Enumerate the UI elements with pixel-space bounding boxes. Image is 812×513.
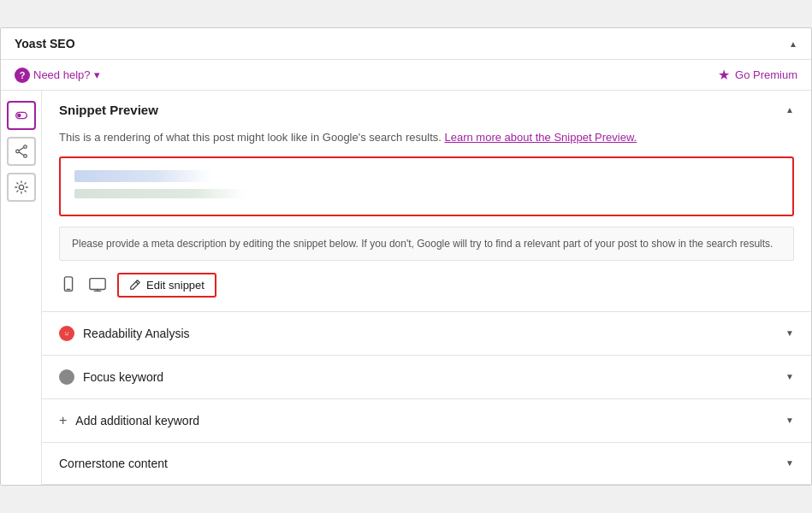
svg-point-7 (19, 186, 23, 190)
svg-point-16 (68, 332, 68, 333)
snippet-preview-desc: This is a rendering of what this post mi… (59, 129, 794, 146)
snippet-preview-title: Snippet Preview (59, 103, 158, 117)
main-layout: Snippet Preview ▲ This is a rendering of… (1, 91, 811, 485)
mobile-device-icon[interactable] (59, 275, 78, 294)
pencil-icon (129, 279, 141, 291)
edit-snippet-label: Edit snippet (146, 279, 204, 292)
meta-notice: Please provide a meta description by edi… (59, 227, 794, 261)
focus-keyword-status-icon (59, 369, 74, 385)
snippet-preview-box (59, 156, 794, 216)
desktop-device-icon[interactable] (88, 275, 107, 294)
content-area: Snippet Preview ▲ This is a rendering of… (42, 91, 811, 485)
additional-keyword-label: Add additional keyword (75, 414, 199, 428)
focus-keyword-left: Focus keyword (59, 369, 163, 385)
need-help-link[interactable]: ? Need help? ▾ (15, 68, 100, 83)
readability-section[interactable]: Readability Analysis ▼ (42, 312, 811, 356)
snippet-preview-section: Snippet Preview ▲ This is a rendering of… (42, 91, 811, 312)
svg-point-2 (23, 145, 27, 149)
cornerstone-chevron: ▼ (785, 458, 794, 468)
star-icon: ★ (718, 67, 730, 83)
cornerstone-section[interactable]: Cornerstone content ▼ (42, 443, 811, 485)
gear-icon (14, 180, 29, 195)
additional-keyword-section[interactable]: + Add additional keyword ▼ (42, 399, 811, 443)
panel-title: Yoast SEO (15, 37, 75, 50)
sidebar-btn-settings[interactable] (7, 173, 36, 202)
focus-keyword-section[interactable]: Focus keyword ▼ (42, 356, 811, 399)
share-icon (14, 144, 29, 159)
edit-snippet-button[interactable]: Edit snippet (117, 273, 216, 298)
top-bar: ? Need help? ▾ ★ Go Premium (1, 60, 811, 91)
go-premium-link[interactable]: ★ Go Premium (718, 67, 797, 83)
svg-point-14 (63, 329, 71, 337)
svg-line-13 (136, 282, 139, 285)
additional-keyword-chevron: ▼ (785, 416, 794, 425)
svg-line-5 (19, 148, 23, 151)
go-premium-label: Go Premium (735, 68, 797, 81)
svg-point-3 (23, 155, 27, 158)
panel-header: Yoast SEO ▲ (1, 28, 811, 60)
snippet-preview-body: This is a rendering of what this post mi… (42, 129, 811, 311)
panel-collapse-btn[interactable]: ▲ (789, 39, 797, 49)
toggle-icon (14, 108, 29, 123)
snippet-title-blurred (74, 170, 211, 182)
question-icon: ? (15, 68, 30, 83)
snippet-preview-toggle[interactable]: ▲ (785, 105, 794, 115)
need-help-label: Need help? (33, 68, 91, 81)
sidebar-btn-share[interactable] (7, 137, 36, 166)
svg-line-6 (19, 152, 23, 156)
readability-chevron: ▼ (785, 328, 794, 338)
snippet-url-blurred (74, 189, 246, 198)
readability-left: Readability Analysis (59, 326, 190, 341)
plus-icon: + (59, 413, 67, 428)
svg-point-4 (15, 150, 19, 153)
additional-keyword-left: + Add additional keyword (59, 413, 199, 428)
readability-label: Readability Analysis (83, 327, 190, 340)
sidebar (1, 91, 42, 485)
sidebar-btn-toggle[interactable] (7, 101, 36, 130)
svg-point-15 (65, 332, 66, 333)
chevron-icon: ▾ (94, 68, 100, 81)
svg-rect-10 (90, 279, 105, 290)
snippet-actions: Edit snippet (59, 273, 794, 298)
svg-point-1 (17, 114, 21, 118)
snippet-preview-header: Snippet Preview ▲ (42, 91, 811, 129)
focus-keyword-label: Focus keyword (83, 370, 163, 384)
cornerstone-label: Cornerstone content (59, 457, 168, 470)
cornerstone-left: Cornerstone content (59, 457, 168, 470)
learn-more-link[interactable]: Learn more about the Snippet Preview. (444, 131, 637, 144)
yoast-seo-panel: Yoast SEO ▲ ? Need help? ▾ ★ Go Premium (0, 27, 812, 486)
focus-keyword-chevron: ▼ (785, 372, 794, 381)
readability-status-icon (59, 326, 74, 341)
